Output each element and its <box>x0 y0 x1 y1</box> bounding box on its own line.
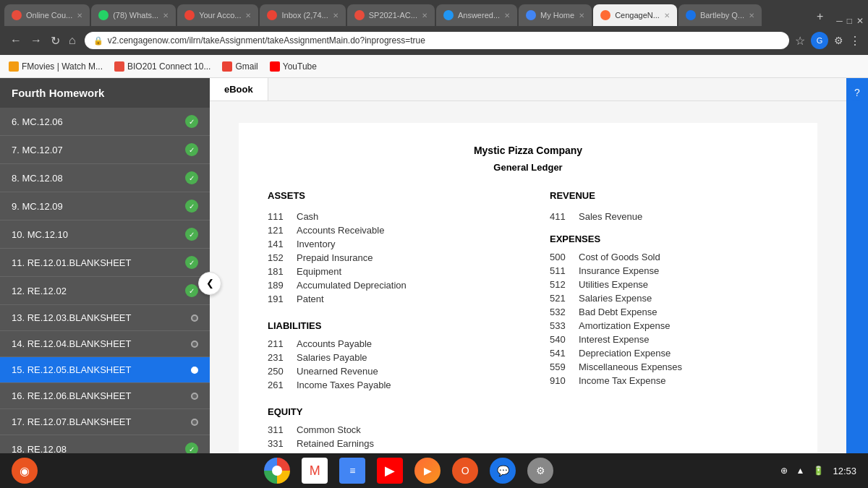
ledger-row: 411Sales Revenue <box>550 210 788 223</box>
bookmark-2[interactable]: Gmail <box>222 61 258 72</box>
account-name: Accounts Receivable <box>297 225 384 236</box>
account-name: Unearned Revenue <box>297 366 378 377</box>
equity-header: EQUITY <box>268 406 506 417</box>
left-column: ASSETS 111Cash121Accounts Receivable141I… <box>268 190 506 450</box>
sidebar-item-label: 8. MC.12.08 <box>12 173 63 184</box>
sidebar-collapse-button[interactable]: ❮ <box>198 272 221 295</box>
browser-tab-2[interactable]: Your Acco... ✕ <box>177 4 258 26</box>
ledger-row: 311Common Stock <box>268 423 506 437</box>
ledger-row: 250Unearned Revenue <box>268 364 506 378</box>
account-number: 512 <box>550 279 571 290</box>
sidebar-item-8[interactable]: 14. RE.12.04.BLANKSHEET <box>0 331 210 357</box>
bookmark-1[interactable]: BIO201 Connect 10... <box>114 61 210 72</box>
settings-taskbar-icon[interactable]: ⚙ <box>527 458 553 484</box>
browser-tab-1[interactable]: (78) Whats... ✕ <box>91 4 176 26</box>
content-tabs: eBook <box>210 78 846 101</box>
bookmark-0[interactable]: FMovies | Watch M... <box>9 61 103 72</box>
ledger-row: 152Prepaid Insurance <box>268 251 506 265</box>
account-name: Income Taxes Payable <box>297 380 391 390</box>
back-button[interactable]: ← <box>7 33 25 49</box>
ledger-row: 500Cost of Goods Sold <box>550 250 788 264</box>
star-icon[interactable]: ☆ <box>795 34 805 48</box>
ledger-row: 541Depreciation Expense <box>550 346 788 360</box>
account-number: 559 <box>550 361 571 372</box>
ubuntu-icon[interactable]: ◉ <box>12 458 38 484</box>
sidebar-item-0[interactable]: 6. MC.12.06✓ <box>0 108 210 136</box>
bookmark-3[interactable]: YouTube <box>270 61 317 72</box>
ledger-row: 511Insurance Expense <box>550 264 788 278</box>
browser-tab-7[interactable]: CengageN... ✕ <box>593 4 677 26</box>
account-number: 181 <box>268 266 289 277</box>
sidebar-item-10[interactable]: 16. RE.12.06.BLANKSHEET <box>0 383 210 409</box>
youtube-taskbar-icon[interactable]: ▶ <box>377 458 403 484</box>
document-area: Mystic Pizza Company General Ledger ASSE… <box>210 101 846 488</box>
battery-icon: 🔋 <box>813 466 824 476</box>
close-window-button[interactable]: ✕ <box>856 16 864 26</box>
sidebar-item-label: 16. RE.12.06.BLANKSHEET <box>12 390 131 401</box>
account-name: Inventory <box>297 239 335 249</box>
sidebar-item-4[interactable]: 10. MC.12.10✓ <box>0 221 210 249</box>
sidebar-item-label: 12. RE.12.02 <box>12 286 67 296</box>
sidebar-item-7[interactable]: 13. RE.12.03.BLANKSHEET <box>0 305 210 331</box>
sidebar-item-2[interactable]: 8. MC.12.08✓ <box>0 164 210 192</box>
bookmarks-bar: FMovies | Watch M... BIO201 Connect 10..… <box>0 55 868 78</box>
sidebar-items: 6. MC.12.06✓7. MC.12.07✓8. MC.12.08✓9. M… <box>0 108 210 488</box>
home-button[interactable]: ⌂ <box>66 33 79 49</box>
ledger-row: 521Salaries Expense <box>550 291 788 305</box>
tab-bar: Online Cou... ✕ (78) Whats... ✕ Your Acc… <box>0 0 868 26</box>
minimize-button[interactable]: ─ <box>836 16 843 26</box>
revenue-header: REVENUE <box>550 190 788 201</box>
help-icon[interactable]: ? <box>848 84 866 101</box>
account-name: Accounts Payable <box>297 338 372 349</box>
chat-taskbar-icon[interactable]: 💬 <box>490 458 516 484</box>
ebook-tab-label: eBook <box>224 84 253 95</box>
new-tab-button[interactable]: + <box>811 7 829 26</box>
browser-tab-4[interactable]: SP2021-AC... ✕ <box>347 4 435 26</box>
browser-tab-5[interactable]: Answered... ✕ <box>436 4 517 26</box>
account-number: 111 <box>268 211 289 222</box>
ledger-row: 141Inventory <box>268 237 506 251</box>
gmail-taskbar-icon[interactable]: M <box>302 458 328 484</box>
check-icon: ✓ <box>185 256 198 269</box>
sidebar-item-11[interactable]: 17. RE.12.07.BLANKSHEET <box>0 409 210 435</box>
sidebar-item-9[interactable]: 15. RE.12.05.BLANKSHEET <box>0 357 210 383</box>
browser-tab-6[interactable]: My Home ✕ <box>519 4 592 26</box>
browser-tab-3[interactable]: Inbox (2,74... ✕ <box>260 4 345 26</box>
sidebar-item-5[interactable]: 11. RE.12.01.BLANKSHEET✓ <box>0 249 210 277</box>
account-name: Accumulated Depreciation <box>297 280 407 291</box>
dot-icon <box>191 393 198 400</box>
chrome-icon[interactable] <box>264 458 290 484</box>
maximize-button[interactable]: □ <box>847 16 852 26</box>
browser-chrome: Online Cou... ✕ (78) Whats... ✕ Your Acc… <box>0 0 868 78</box>
sidebar-item-1[interactable]: 7. MC.12.07✓ <box>0 136 210 164</box>
account-name: Cost of Goods Sold <box>579 252 660 262</box>
docs-taskbar-icon[interactable]: ≡ <box>339 458 365 484</box>
url-input[interactable]: 🔒 v2.cengagenow.com/ilrn/takeAssignment/… <box>85 32 789 49</box>
dot-icon <box>191 341 198 348</box>
ledger-row: 111Cash <box>268 210 506 223</box>
ledger-row: 231Salaries Payable <box>268 351 506 364</box>
ledger-row: 189Accumulated Depreciation <box>268 278 506 292</box>
liabilities-header: LIABILITIES <box>268 320 506 331</box>
account-number: 411 <box>550 211 571 222</box>
menu-icon[interactable]: ⋮ <box>849 34 861 48</box>
play-taskbar-icon[interactable]: ▶ <box>414 458 441 484</box>
sidebar-item-label: 17. RE.12.07.BLANKSHEET <box>12 416 131 427</box>
browser-tab-8[interactable]: Bartleby Q... ✕ <box>678 4 762 26</box>
check-icon: ✓ <box>185 200 198 213</box>
profile-icon[interactable]: G <box>811 32 828 49</box>
check-icon: ✓ <box>185 228 198 241</box>
reload-button[interactable]: ↻ <box>48 33 63 49</box>
sidebar-item-6[interactable]: 12. RE.12.02✓ <box>0 277 210 305</box>
assets-header: ASSETS <box>268 190 506 201</box>
account-number: 261 <box>268 380 289 390</box>
ubuntu-circle-icon[interactable]: O <box>452 458 478 484</box>
browser-tab-0[interactable]: Online Cou... ✕ <box>4 4 90 26</box>
ledger-row: 261Income Taxes Payable <box>268 378 506 392</box>
account-number: 521 <box>550 293 571 304</box>
ebook-tab[interactable]: eBook <box>210 78 268 100</box>
forward-button[interactable]: → <box>27 33 45 49</box>
taskbar: ◉ M ≡ ▶ ▶ O 💬 ⚙ ⊕ ▲ 🔋 12:53 <box>0 453 868 488</box>
sidebar-item-3[interactable]: 9. MC.12.09✓ <box>0 192 210 221</box>
extensions-icon[interactable]: ⚙ <box>834 35 843 46</box>
